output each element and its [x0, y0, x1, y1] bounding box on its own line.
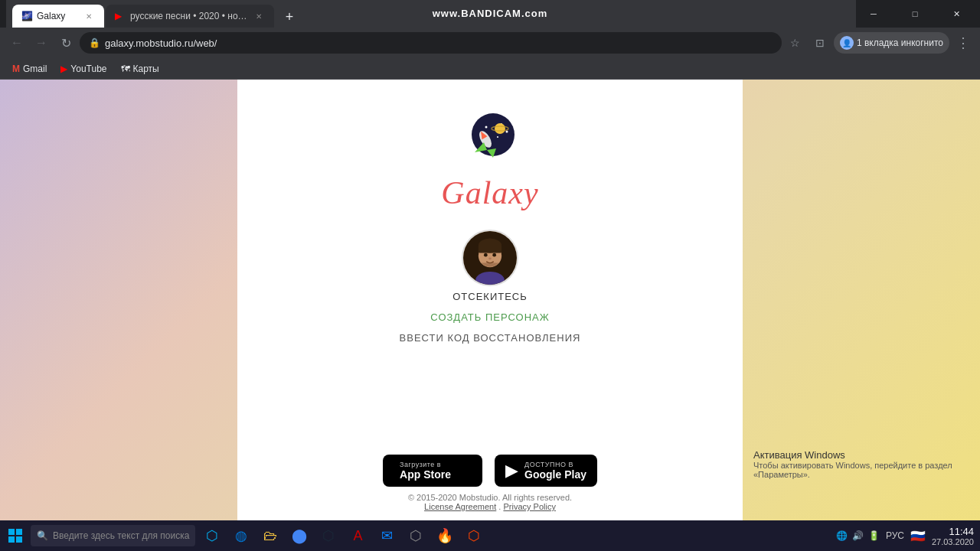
- activate-windows-sub: Чтобы активировать Windows, перейдите в …: [753, 461, 968, 479]
- profile-button[interactable]: 👤 1 вкладка инкогнито: [834, 32, 949, 54]
- profile-avatar: 👤: [840, 36, 854, 50]
- activate-windows-title: Активация Windows: [753, 449, 968, 461]
- battery-icon: 🔋: [868, 530, 880, 541]
- taskbar-app8[interactable]: 🔥: [431, 522, 459, 549]
- bookmark-gmail-label: Gmail: [23, 64, 47, 74]
- tab-galaxy[interactable]: 🌌 Galaxy ✕: [12, 5, 104, 28]
- profile-label: 1 вкладка инкогнито: [857, 37, 943, 48]
- search-icon: 🔍: [37, 530, 48, 541]
- youtube-favicon: ▶: [60, 64, 67, 74]
- address-bar[interactable]: 🔒 galaxy.mobstudio.ru/web/: [80, 32, 782, 54]
- tab-music[interactable]: ▶ русские песни • 2020 • нов... ✕: [106, 5, 274, 28]
- bookmark-youtube-label: YouTube: [70, 64, 106, 74]
- back-button[interactable]: ←: [6, 32, 28, 54]
- taskbar: 🔍 Введите здесь текст для поиска ⬡ ◍ 🗁 ⬤…: [0, 520, 980, 551]
- taskbar-chrome[interactable]: ⬤: [286, 522, 313, 549]
- maximize-button[interactable]: □: [897, 0, 933, 28]
- clock-date: 27.03.2020: [932, 537, 974, 546]
- privacy-policy-link[interactable]: Privacy Policy: [503, 502, 555, 511]
- taskbar-explorer[interactable]: 🗁: [256, 522, 284, 549]
- svg-rect-15: [479, 244, 501, 253]
- taskbar-app7[interactable]: ⬡: [402, 522, 430, 549]
- svg-rect-21: [16, 529, 22, 535]
- main-panel: Galaxy: [237, 80, 743, 523]
- bookmark-star-icon[interactable]: ☆: [785, 32, 806, 54]
- gmail-favicon: M: [12, 64, 20, 74]
- russian-flag-icon: 🇷🇺: [910, 529, 926, 543]
- app-store-text: Загрузите в App Store: [400, 461, 451, 481]
- address-text: galaxy.mobstudio.ru/web/: [105, 37, 773, 49]
- clock-time: 11:44: [932, 526, 974, 537]
- menu-button[interactable]: ⋮: [952, 32, 974, 54]
- logo-text: Galaxy: [441, 174, 538, 211]
- svg-rect-23: [16, 536, 22, 543]
- app-store-small-text: Загрузите в: [400, 461, 451, 468]
- tab-title-galaxy: Galaxy: [37, 11, 78, 21]
- avatar-section: ОТСЕКИТЕСЬ: [452, 230, 528, 302]
- bookmark-youtube[interactable]: ▶ YouTube: [54, 62, 113, 76]
- tab-add-button[interactable]: +: [279, 6, 300, 28]
- svg-point-18: [488, 258, 492, 260]
- taskbar-acrobat[interactable]: A: [344, 522, 371, 549]
- bookmark-maps-label: Карты: [133, 64, 159, 74]
- svg-rect-22: [8, 536, 15, 543]
- svg-point-1: [485, 126, 487, 129]
- cast-icon[interactable]: ⊡: [809, 32, 831, 54]
- google-play-button[interactable]: ▶ ДОСТУПНО В Google Play: [495, 455, 597, 487]
- address-bar-actions: ☆ ⊡: [785, 32, 831, 54]
- create-character-link[interactable]: СОЗДАТЬ ПЕРСОНАЖ: [430, 311, 549, 323]
- avatar[interactable]: [462, 230, 518, 286]
- app-store-button[interactable]: Загрузите в App Store: [383, 455, 482, 487]
- window-controls: ─ □ ✕: [856, 0, 974, 28]
- language-indicator: РУС: [886, 530, 904, 541]
- footer-links: License Agreement . Privacy Policy: [408, 502, 572, 511]
- google-play-icon: ▶: [505, 461, 518, 481]
- recovery-code-link[interactable]: ВВЕСТИ КОД ВОССТАНОВЛЕНИЯ: [400, 332, 581, 344]
- license-agreement-link[interactable]: License Agreement: [424, 502, 496, 511]
- google-play-big-text: Google Play: [524, 468, 586, 481]
- tab-close-galaxy[interactable]: ✕: [83, 10, 95, 22]
- bookmark-gmail[interactable]: M Gmail: [6, 62, 53, 76]
- minimize-button[interactable]: ─: [856, 0, 891, 28]
- taskbar-steam[interactable]: ⬡: [315, 522, 342, 549]
- search-bar[interactable]: 🔍 Введите здесь текст для поиска: [31, 525, 195, 546]
- tab-close-music[interactable]: ✕: [253, 10, 265, 22]
- footer-copyright: © 2015-2020 Mobstudio. All rights reserv…: [408, 493, 572, 502]
- svg-point-16: [484, 253, 488, 257]
- taskbar-edge[interactable]: ◍: [227, 522, 255, 549]
- google-play-small-text: ДОСТУПНО В: [524, 461, 586, 468]
- tab-favicon-galaxy: 🌌: [21, 11, 32, 21]
- footer: © 2015-2020 Mobstudio. All rights reserv…: [408, 493, 572, 511]
- galaxy-logo-icon: [459, 110, 521, 171]
- bookmark-maps[interactable]: 🗺 Карты: [115, 62, 165, 76]
- svg-point-4: [497, 136, 498, 138]
- tab-favicon-music: ▶: [115, 11, 126, 21]
- address-bar-row: ← → ↻ 🔒 galaxy.mobstudio.ru/web/ ☆ ⊡ 👤 1…: [0, 28, 980, 58]
- taskbar-cortana[interactable]: ⬡: [198, 522, 226, 549]
- start-button[interactable]: [0, 520, 31, 551]
- tab-title-music: русские песни • 2020 • нов...: [130, 11, 248, 21]
- bookmarks-bar: M Gmail ▶ YouTube 🗺 Карты: [0, 58, 980, 80]
- title-bar: www.BANDICAM.com 🌌 Galaxy ✕ ▶ русские пе…: [0, 0, 980, 28]
- google-play-text: ДОСТУПНО В Google Play: [524, 461, 586, 481]
- lock-icon: 🔒: [89, 37, 100, 48]
- store-buttons: Загрузите в App Store ▶ ДОСТУПНО В Googl…: [383, 455, 597, 487]
- maps-favicon: 🗺: [121, 64, 130, 74]
- taskbar-app9[interactable]: ⬡: [460, 522, 488, 549]
- activate-windows-notice: Активация Windows Чтобы активировать Win…: [753, 449, 968, 479]
- volume-icon: 🔊: [852, 530, 864, 541]
- close-button[interactable]: ✕: [939, 0, 974, 28]
- svg-point-6: [495, 123, 505, 134]
- taskbar-apps: ⬡ ◍ 🗁 ⬤ ⬡ A ✉ ⬡ 🔥 ⬡: [195, 522, 491, 549]
- svg-point-17: [492, 253, 496, 257]
- taskbar-right: 🌐 🔊 🔋 РУС 🇷🇺 11:44 27.03.2020: [836, 526, 980, 546]
- refresh-button[interactable]: ↻: [55, 32, 77, 54]
- system-tray-icons: 🌐 🔊 🔋: [836, 530, 880, 541]
- search-placeholder: Введите здесь текст для поиска: [53, 530, 189, 541]
- avatar-image: [463, 230, 517, 286]
- forward-button[interactable]: →: [31, 32, 52, 54]
- taskbar-thunderbird[interactable]: ✉: [373, 522, 400, 549]
- logo-container: Galaxy: [441, 110, 538, 211]
- network-icon: 🌐: [836, 530, 848, 541]
- svg-rect-20: [8, 529, 15, 535]
